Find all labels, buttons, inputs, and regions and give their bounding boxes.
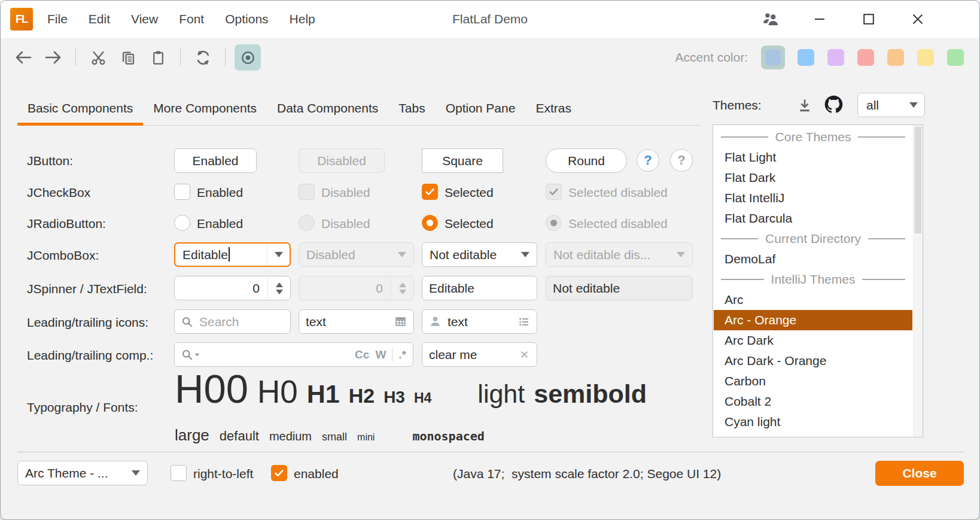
accent-swatch-yellow[interactable] — [917, 49, 934, 66]
close-button[interactable]: Close — [875, 461, 964, 486]
theme-item-carbon[interactable]: Carbon — [714, 371, 912, 391]
chevron-down-icon[interactable] — [124, 461, 147, 485]
toolbar-separator — [180, 48, 181, 66]
theme-group-separator: Current Directory — [714, 229, 912, 249]
cut-icon[interactable] — [85, 44, 111, 71]
maximize-button[interactable] — [860, 10, 878, 28]
close-window-button[interactable] — [909, 10, 927, 28]
tab-tabs[interactable]: Tabs — [388, 90, 435, 126]
github-icon[interactable] — [823, 93, 844, 115]
chevron-down-icon[interactable] — [267, 244, 290, 266]
combobox-editable[interactable]: Editable — [174, 242, 291, 267]
copy-icon[interactable] — [115, 44, 141, 71]
typography-row-label: Typography / Fonts: — [27, 400, 138, 415]
back-icon[interactable] — [10, 44, 36, 71]
users-icon[interactable] — [762, 10, 780, 28]
theme-item-dark-flat[interactable]: Dark Flat — [714, 432, 912, 437]
tab-data-components[interactable]: Data Components — [267, 90, 388, 126]
theme-item-arc[interactable]: Arc — [714, 290, 912, 310]
menu-options[interactable]: Options — [225, 12, 268, 26]
minimize-button[interactable] — [811, 10, 829, 28]
clear-icon[interactable] — [519, 349, 530, 360]
spinner[interactable]: 0 — [174, 276, 291, 300]
accent-color-area: Accent color: — [675, 38, 964, 77]
typography-size-samples: large default medium small mini monospac… — [175, 426, 485, 445]
tab-option-pane[interactable]: Option Pane — [436, 90, 526, 126]
accent-swatch-green[interactable] — [947, 49, 964, 66]
help-button[interactable]: ? — [637, 149, 659, 172]
accent-swatch-blue[interactable] — [798, 49, 814, 66]
disabled-button: Disabled — [299, 148, 385, 173]
enabled-checkbox[interactable] — [271, 465, 287, 481]
theme-item-arc-dark-orange[interactable]: Arc Dark - Orange — [714, 351, 912, 371]
square-button[interactable]: Square — [422, 148, 503, 173]
menu-help[interactable]: Help — [290, 12, 315, 26]
round-button[interactable]: Round — [546, 148, 627, 173]
forward-icon[interactable] — [40, 44, 66, 71]
clearable-field[interactable]: clear me — [422, 342, 537, 367]
theme-item-cyan-light[interactable]: Cyan light — [714, 412, 912, 432]
accent-swatch-selected[interactable] — [761, 45, 785, 69]
h00-sample: H00 — [175, 368, 248, 410]
radio-selected[interactable] — [422, 215, 438, 231]
match-case-button[interactable]: Cc — [355, 348, 369, 361]
search-field[interactable]: Search — [174, 309, 291, 334]
chevron-down-icon — [903, 102, 924, 108]
checkbox-selected[interactable] — [422, 184, 438, 200]
menubar: File Edit View Font Options Help — [47, 1, 315, 38]
textfield-editable[interactable]: Editable — [422, 276, 537, 300]
menu-edit[interactable]: Edit — [89, 12, 110, 26]
lookandfeel-combo[interactable]: Arc Theme - ... — [17, 461, 148, 485]
text-caret — [229, 247, 230, 261]
theme-item-demolaf[interactable]: DemoLaf — [714, 249, 912, 269]
theme-item-flat-intellij[interactable]: Flat IntelliJ — [714, 188, 912, 208]
radio-enabled[interactable] — [174, 215, 190, 231]
download-icon[interactable] — [794, 95, 815, 116]
enabled-button[interactable]: Enabled — [174, 148, 257, 173]
tab-extras[interactable]: Extras — [525, 90, 582, 126]
theme-item-flat-dark[interactable]: Flat Dark — [714, 168, 912, 188]
accent-swatch-red[interactable] — [857, 49, 874, 66]
theme-item-arc-dark[interactable]: Arc Dark — [714, 330, 912, 351]
default-sample: default — [220, 428, 259, 444]
textfield-not-editable: Not editable — [546, 276, 693, 300]
app-logo: FL — [10, 8, 33, 31]
chevron-down-icon[interactable] — [514, 243, 537, 266]
paste-icon[interactable] — [145, 44, 171, 71]
table-icon — [394, 315, 407, 328]
theme-filter-combo[interactable]: all — [857, 93, 925, 117]
checkbox-enabled[interactable] — [174, 184, 190, 200]
jbutton-row-label: JButton: — [27, 154, 73, 168]
theme-list-scrollbar[interactable] — [913, 125, 923, 437]
theme-item-flat-light[interactable]: Flat Light — [714, 147, 912, 168]
accent-swatch-purple[interactable] — [827, 49, 844, 66]
right-to-left-checkbox[interactable] — [171, 465, 187, 481]
tab-basic-components[interactable]: Basic Components — [17, 90, 143, 126]
checkbox-selected-disabled-label: Selected disabled — [568, 186, 668, 200]
whole-word-button[interactable]: W — [375, 348, 386, 361]
search-field-with-options[interactable]: Cc W .* — [174, 342, 413, 367]
text-field-with-table-icon[interactable]: text — [299, 309, 414, 334]
show-hidden-eye-icon[interactable] — [235, 44, 261, 71]
text-field-with-user-icon[interactable]: text — [422, 309, 537, 334]
leading-comps-row-label: Leading/trailing comp.: — [27, 348, 153, 363]
menu-view[interactable]: View — [131, 12, 158, 26]
refresh-icon[interactable] — [190, 44, 216, 71]
chevron-down-icon — [669, 243, 692, 266]
scrollbar-thumb[interactable] — [915, 127, 921, 233]
theme-item-arc-orange[interactable]: Arc - Orange — [714, 310, 912, 330]
menu-font[interactable]: Font — [179, 12, 204, 26]
window-title: FlatLaf Demo — [452, 1, 528, 38]
search-with-dropdown-icon[interactable] — [181, 349, 200, 361]
jspinner-row-label: JSpinner / JTextField: — [27, 282, 147, 296]
theme-item-cobalt-2[interactable]: Cobalt 2 — [714, 391, 912, 412]
search-placeholder: Search — [199, 315, 239, 329]
combobox-not-editable[interactable]: Not editable — [422, 242, 537, 267]
regex-button[interactable]: .* — [398, 348, 406, 361]
accent-swatch-orange[interactable] — [887, 49, 904, 66]
field-toolbar-separator — [392, 348, 392, 361]
spinner-arrows[interactable] — [267, 276, 290, 300]
tab-more-components[interactable]: More Components — [143, 90, 267, 126]
theme-item-flat-darcula[interactable]: Flat Darcula — [714, 208, 912, 229]
menu-file[interactable]: File — [47, 12, 68, 26]
